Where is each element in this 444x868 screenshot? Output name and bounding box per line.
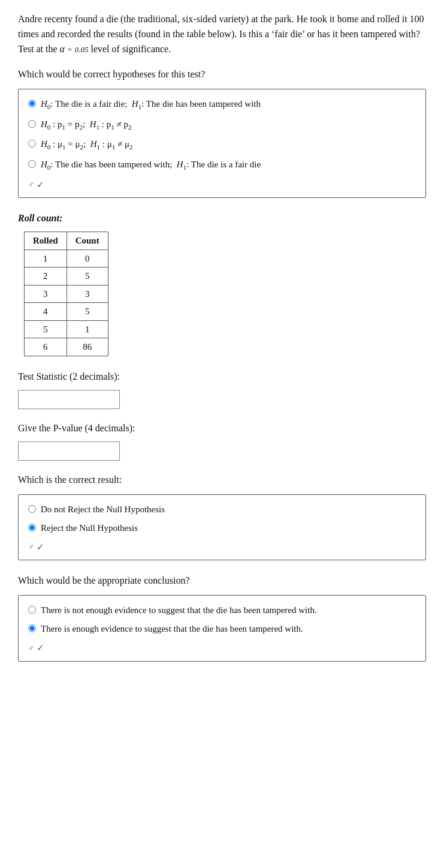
table-row: 10 (25, 250, 108, 268)
table-row: 51 (25, 320, 108, 338)
conclusion-label-2: There is enough evidence to suggest that… (41, 623, 303, 635)
table-header-rolled: Rolled (25, 232, 67, 250)
result-checkmark-row: ♂ ✓ (28, 540, 416, 554)
table-row: 45 (25, 303, 108, 321)
result-radio-1[interactable] (28, 505, 36, 513)
table-cell: 5 (67, 303, 108, 321)
gender-icon-1: ♂ (28, 179, 34, 191)
hypothesis-radio-1[interactable] (28, 100, 36, 107)
table-cell: 86 (67, 338, 108, 356)
conclusion-option-2[interactable]: There is enough evidence to suggest that… (28, 623, 416, 635)
table-cell: 5 (25, 320, 67, 338)
hypothesis-radio-4[interactable] (28, 160, 36, 168)
result-question: Which is the correct result: (18, 473, 426, 487)
hypothesis-radio-3[interactable] (28, 140, 36, 148)
result-option-1[interactable]: Do not Reject the Null Hypothesis (28, 503, 416, 516)
table-cell: 0 (67, 250, 108, 268)
result-label-2: Reject the Null Hypothesis (41, 522, 138, 534)
conclusion-box: There is not enough evidence to suggest … (18, 595, 426, 662)
table-cell: 2 (25, 268, 67, 286)
hypothesis-label-4: H0: The die has been tampered with; H1: … (41, 158, 261, 172)
hypothesis-option-4[interactable]: H0: The die has been tampered with; H1: … (28, 158, 416, 172)
result-label-1: Do not Reject the Null Hypothesis (41, 503, 165, 516)
hypothesis-option-3[interactable]: H0 : μ1 = μ2; H1 : μ1 ≠ μ2 (28, 138, 416, 152)
alpha-notation: α = 0.05 (60, 44, 89, 54)
hypothesis-label-2: H0 : p1 = p2; H1 : p1 ≠ p2 (41, 118, 131, 132)
table-cell: 3 (67, 285, 108, 303)
conclusion-checkmark-row: ♂ ✓ (28, 641, 416, 655)
checkmark-1: ✓ (37, 178, 44, 192)
gender-icon-3: ♂ (28, 642, 34, 654)
table-header-count: Count (67, 232, 108, 250)
hypothesis-label-1: H0: The die is a fair die; H1: The die h… (41, 98, 261, 112)
result-radio-2[interactable] (28, 524, 36, 531)
test-statistic-label: Test Statistic (2 decimals): (18, 370, 426, 384)
roll-count-title: Roll count: (18, 211, 426, 226)
hypotheses-question: Which would be correct hypotheses for th… (18, 67, 426, 82)
checkmark-3: ✓ (37, 641, 44, 655)
conclusion-radio-1[interactable] (28, 606, 36, 614)
table-cell: 4 (25, 303, 67, 321)
roll-count-table: Rolled Count 1025334551686 (24, 232, 108, 356)
conclusion-label-1: There is not enough evidence to suggest … (41, 604, 317, 617)
table-cell: 6 (25, 338, 67, 356)
pvalue-label: Give the P-value (4 decimals): (18, 421, 426, 435)
table-cell: 1 (67, 320, 108, 338)
conclusion-option-1[interactable]: There is not enough evidence to suggest … (28, 604, 416, 617)
table-cell: 1 (25, 250, 67, 268)
gender-icon-2: ♂ (28, 541, 34, 553)
hypothesis-option-2[interactable]: H0 : p1 = p2; H1 : p1 ≠ p2 (28, 118, 416, 132)
table-cell: 5 (67, 268, 108, 286)
hypotheses-box: H0: The die is a fair die; H1: The die h… (18, 89, 426, 198)
hypothesis-label-3: H0 : μ1 = μ2; H1 : μ1 ≠ μ2 (41, 138, 133, 152)
checkmark-2: ✓ (37, 540, 44, 554)
table-row: 33 (25, 285, 108, 303)
hypothesis-option-1[interactable]: H0: The die is a fair die; H1: The die h… (28, 98, 416, 112)
table-cell: 3 (25, 285, 67, 303)
result-option-2[interactable]: Reject the Null Hypothesis (28, 522, 416, 534)
conclusion-radio-2[interactable] (28, 624, 36, 632)
table-row: 686 (25, 338, 108, 356)
hypothesis-radio-2[interactable] (28, 120, 36, 128)
hypotheses-checkmark-row: ♂ ✓ (28, 178, 416, 192)
intro-paragraph: Andre recenty found a die (the tradition… (18, 12, 426, 56)
test-statistic-input[interactable] (18, 390, 120, 409)
result-box: Do not Reject the Null Hypothesis Reject… (18, 494, 426, 561)
conclusion-question: Which would be the appropriate conclusio… (18, 573, 426, 588)
pvalue-input[interactable] (18, 441, 120, 461)
table-row: 25 (25, 268, 108, 286)
